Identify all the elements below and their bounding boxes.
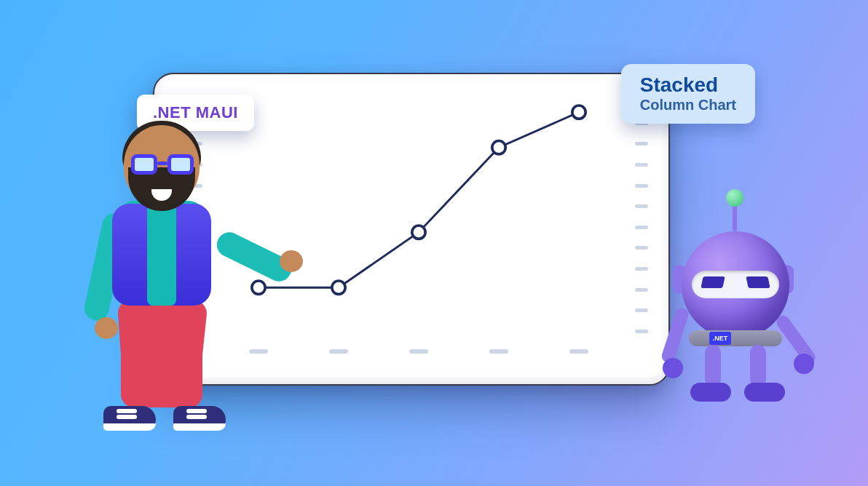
developer-character	[80, 125, 240, 444]
robot-tag: .NET	[709, 332, 731, 345]
chart-area	[218, 100, 619, 333]
chip-line1: Stacked	[640, 74, 736, 95]
chip-line2: Column Chart	[640, 97, 736, 113]
robot-character: .NET	[657, 195, 810, 435]
svg-point-0	[252, 281, 265, 294]
chip-text: .NET MAUI	[153, 103, 238, 122]
svg-point-4	[572, 105, 585, 119]
svg-point-1	[332, 281, 345, 294]
chart-plot	[189, 95, 648, 362]
x-axis	[218, 349, 619, 362]
y-axis-right	[632, 100, 648, 333]
svg-point-3	[492, 141, 505, 154]
svg-point-2	[412, 226, 425, 239]
label-chip-stacked-column: Stacked Column Chart	[621, 64, 755, 124]
